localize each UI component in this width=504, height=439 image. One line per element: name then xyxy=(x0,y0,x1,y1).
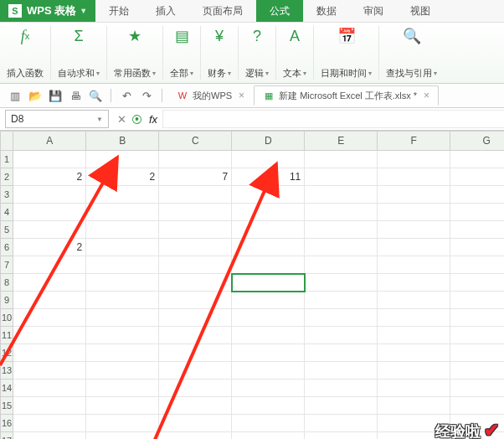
cell-C4[interactable] xyxy=(159,204,232,221)
cell-E5[interactable] xyxy=(305,221,378,239)
cell-D14[interactable] xyxy=(232,380,305,397)
cell-F4[interactable] xyxy=(378,204,450,221)
cell-E3[interactable] xyxy=(305,186,378,204)
cell-F3[interactable] xyxy=(378,186,450,204)
cell-C14[interactable] xyxy=(159,380,232,397)
undo-icon[interactable]: ↶ xyxy=(118,87,135,104)
col-header-E[interactable]: E xyxy=(305,132,378,151)
col-header-C[interactable]: C xyxy=(159,132,232,151)
cell-F10[interactable] xyxy=(378,309,450,327)
cell-C1[interactable] xyxy=(159,151,232,168)
cell-B8[interactable] xyxy=(86,274,159,292)
cell-A13[interactable] xyxy=(13,362,86,380)
save-icon[interactable]: 💾 xyxy=(47,87,64,104)
ribbon-group-5[interactable]: ?逻辑▾ xyxy=(239,26,276,80)
cell-A16[interactable] xyxy=(13,415,86,432)
cell-G15[interactable] xyxy=(450,397,504,415)
row-header-11[interactable]: 11 xyxy=(1,327,13,344)
cell-E16[interactable] xyxy=(305,415,378,432)
ribbon-group-0[interactable]: fx插入函数 xyxy=(0,26,51,80)
cell-D17[interactable] xyxy=(232,432,305,440)
cell-D11[interactable] xyxy=(232,327,305,344)
cell-F7[interactable] xyxy=(378,256,450,274)
cell-G5[interactable] xyxy=(450,221,504,239)
row-header-9[interactable]: 9 xyxy=(1,292,13,309)
cell-F14[interactable] xyxy=(378,380,450,397)
cell-D8[interactable] xyxy=(232,274,305,292)
cell-B9[interactable] xyxy=(86,292,159,309)
cell-E8[interactable] xyxy=(305,274,378,292)
cell-G10[interactable] xyxy=(450,309,504,327)
cell-C16[interactable] xyxy=(159,415,232,432)
close-icon[interactable]: × xyxy=(424,90,429,101)
menu-tab-5[interactable]: 审阅 xyxy=(350,0,397,22)
cell-E11[interactable] xyxy=(305,327,378,344)
cell-G3[interactable] xyxy=(450,186,504,204)
cell-D13[interactable] xyxy=(232,362,305,380)
cell-A10[interactable] xyxy=(13,309,86,327)
cell-C6[interactable] xyxy=(159,239,232,256)
cell-G11[interactable] xyxy=(450,327,504,344)
cell-B4[interactable] xyxy=(86,204,159,221)
cell-G12[interactable] xyxy=(450,344,504,362)
row-header-7[interactable]: 7 xyxy=(1,256,13,274)
cell-F2[interactable] xyxy=(378,168,450,186)
redo-icon[interactable]: ↷ xyxy=(138,87,155,104)
cell-F1[interactable] xyxy=(378,151,450,168)
cell-G7[interactable] xyxy=(450,256,504,274)
menu-tab-1[interactable]: 插入 xyxy=(142,0,189,22)
dropdown-icon[interactable]: ▼ xyxy=(96,116,103,123)
cell-E7[interactable] xyxy=(305,256,378,274)
cell-A11[interactable] xyxy=(13,327,86,344)
menu-tab-2[interactable]: 页面布局 xyxy=(189,0,256,22)
cell-A3[interactable] xyxy=(13,186,86,204)
cell-D9[interactable] xyxy=(232,292,305,309)
row-header-12[interactable]: 12 xyxy=(1,344,13,362)
cell-B12[interactable] xyxy=(86,344,159,362)
cell-G4[interactable] xyxy=(450,204,504,221)
cell-C15[interactable] xyxy=(159,397,232,415)
cell-E13[interactable] xyxy=(305,362,378,380)
app-dropdown-icon[interactable]: ▼ xyxy=(80,7,87,15)
app-title[interactable]: S WPS 表格 ▼ xyxy=(0,0,95,22)
cell-A9[interactable] xyxy=(13,292,86,309)
cell-B16[interactable] xyxy=(86,415,159,432)
fx-label[interactable]: fx xyxy=(149,113,157,126)
cell-E15[interactable] xyxy=(305,397,378,415)
row-header-15[interactable]: 15 xyxy=(1,397,13,415)
cell-D10[interactable] xyxy=(232,309,305,327)
cell-D15[interactable] xyxy=(232,397,305,415)
ribbon-group-3[interactable]: ▤全部▾ xyxy=(163,26,201,80)
ribbon-group-1[interactable]: Σ自动求和▾ xyxy=(51,26,107,80)
cell-G14[interactable] xyxy=(450,380,504,397)
cell-C3[interactable] xyxy=(159,186,232,204)
cell-B7[interactable] xyxy=(86,256,159,274)
cell-B1[interactable] xyxy=(86,151,159,168)
cell-F15[interactable] xyxy=(378,397,450,415)
col-header-A[interactable]: A xyxy=(13,132,86,151)
ribbon-group-7[interactable]: 📅日期和时间▾ xyxy=(314,26,379,80)
cell-D16[interactable] xyxy=(232,415,305,432)
cell-F12[interactable] xyxy=(378,344,450,362)
cell-A8[interactable] xyxy=(13,274,86,292)
cell-C5[interactable] xyxy=(159,221,232,239)
name-box[interactable]: D8 ▼ xyxy=(5,110,109,128)
cell-E2[interactable] xyxy=(305,168,378,186)
cell-E17[interactable] xyxy=(305,432,378,440)
cell-D1[interactable] xyxy=(232,151,305,168)
cell-B5[interactable] xyxy=(86,221,159,239)
col-header-D[interactable]: D xyxy=(232,132,305,151)
ribbon-group-2[interactable]: ★常用函数▾ xyxy=(107,26,163,80)
cell-B13[interactable] xyxy=(86,362,159,380)
print-icon[interactable]: 🖶 xyxy=(67,87,84,104)
cell-E1[interactable] xyxy=(305,151,378,168)
cell-F8[interactable] xyxy=(378,274,450,292)
menu-tab-4[interactable]: 数据 xyxy=(303,0,350,22)
formula-input[interactable] xyxy=(162,110,504,128)
cell-A2[interactable]: 2 xyxy=(13,168,86,186)
col-header-F[interactable]: F xyxy=(378,132,450,151)
cell-A1[interactable] xyxy=(13,151,86,168)
ribbon-group-6[interactable]: A文本▾ xyxy=(276,26,314,80)
cell-D4[interactable] xyxy=(232,204,305,221)
row-header-1[interactable]: 1 xyxy=(1,151,13,168)
